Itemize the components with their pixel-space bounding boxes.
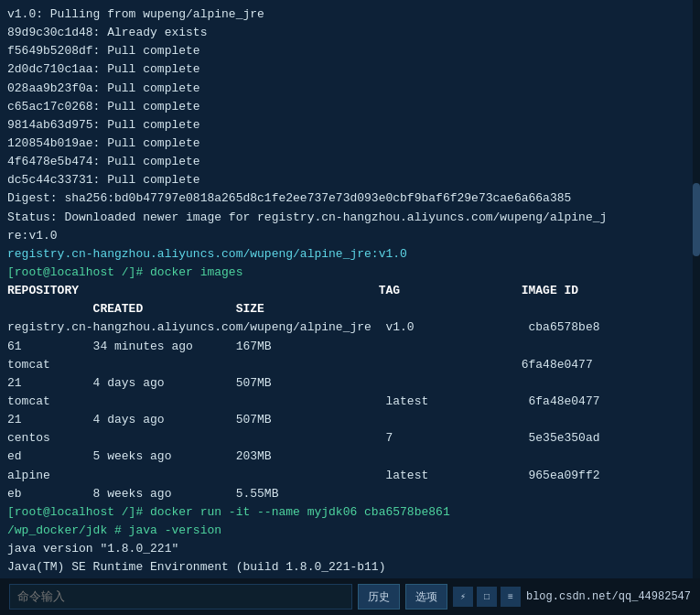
terminal-line: 21 4 days ago 507MB — [7, 411, 693, 429]
terminal-line: 21 4 days ago 507MB — [7, 374, 693, 393]
terminal-line: f5649b5208df: Pull complete — [7, 42, 693, 60]
terminal-line: centos 7 5e35e350ad — [7, 429, 693, 448]
terminal-line: re:v1.0 — [7, 227, 693, 245]
terminal-line: c65ac17c0268: Pull complete — [7, 98, 693, 116]
terminal-line: alpine latest 965ea09ff2 — [7, 467, 693, 485]
terminal-line: Java(TM) SE Runtime Environment (build 1… — [7, 558, 693, 577]
scrollbar[interactable] — [693, 0, 700, 578]
terminal-line: 61 34 minutes ago 167MB — [7, 338, 693, 356]
terminal-line: 4f6478e5b474: Pull complete — [7, 153, 693, 171]
terminal-line: REPOSITORY TAG IMAGE ID — [7, 282, 693, 300]
terminal-window: v1.0: Pulling from wupeng/alpine_jre89d9… — [0, 0, 700, 578]
terminal-line: [root@localhost /]# docker run -it --nam… — [7, 503, 693, 522]
icon-2[interactable]: □ — [477, 587, 497, 607]
scrollbar-thumb[interactable] — [693, 183, 700, 256]
terminal-line: v1.0: Pulling from wupeng/alpine_jre — [7, 5, 693, 24]
terminal-line: 120854b019ae: Pull complete — [7, 135, 693, 153]
terminal-line: registry.cn-hangzhou.aliyuncs.com/wupeng… — [7, 318, 693, 337]
terminal-line: 2d0dc710c1aa: Pull complete — [7, 60, 693, 79]
terminal-line: tomcat 6fa48e0477 — [7, 356, 693, 374]
terminal-line: ed 5 weeks ago 203MB — [7, 448, 693, 466]
terminal-line: tomcat latest 6fa48e0477 — [7, 393, 693, 411]
icon-3[interactable]: ≡ — [501, 587, 521, 607]
terminal-line: CREATED SIZE — [7, 300, 693, 318]
terminal-line: 9814ab63d975: Pull complete — [7, 116, 693, 135]
terminal-line: Digest: sha256:bd0b47797e0818a265d8c1fe2… — [7, 189, 693, 208]
terminal-line: registry.cn-hangzhou.aliyuncs.com/wupeng… — [7, 245, 693, 264]
bottom-bar: 历史 选项 ⚡ □ ≡ blog.csdn.net/qq_44982547 — [0, 578, 700, 615]
terminal-line: Status: Downloaded newer image for regis… — [7, 209, 693, 227]
history-button[interactable]: 历史 — [358, 584, 400, 610]
terminal-line: [root@localhost /]# docker images — [7, 264, 693, 282]
terminal-line: /wp_docker/jdk # java -version — [7, 522, 693, 540]
terminal-line: java version "1.8.0_221" — [7, 540, 693, 558]
bottom-icons: ⚡ □ ≡ — [453, 587, 521, 607]
command-input[interactable] — [9, 584, 352, 610]
terminal-line: 028aa9b23f0a: Pull complete — [7, 80, 693, 98]
terminal-output: v1.0: Pulling from wupeng/alpine_jre89d9… — [7, 5, 693, 578]
select-button[interactable]: 选项 — [405, 584, 447, 610]
terminal-line: eb 8 weeks ago 5.55MB — [7, 485, 693, 503]
terminal-line: dc5c44c33731: Pull complete — [7, 171, 693, 189]
terminal-line: 89d9c30c1d48: Already exists — [7, 24, 693, 42]
time-display: blog.csdn.net/qq_44982547 — [526, 590, 691, 603]
icon-1[interactable]: ⚡ — [453, 587, 473, 607]
